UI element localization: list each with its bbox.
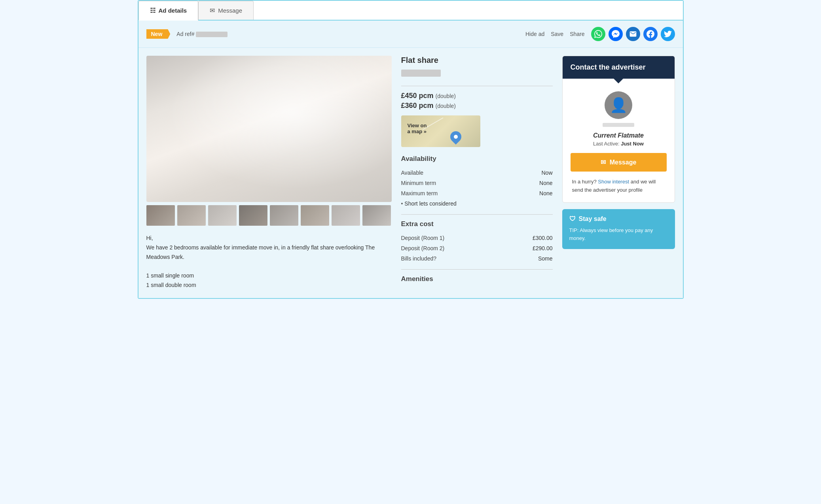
ad-ref: Ad ref# (176, 31, 519, 37)
show-interest-link[interactable]: Show interest (598, 179, 629, 185)
ad-ref-number (196, 32, 228, 37)
name-blurred (603, 123, 634, 127)
avatar-person-icon: 👤 (610, 97, 628, 113)
thumbnails (146, 205, 392, 226)
contact-body: 👤 Current Flatmate Last Active: Just Now… (563, 83, 675, 202)
shield-icon: 🛡 (569, 215, 576, 223)
in-hurry-text: In a hurry? Show interest and we will se… (571, 178, 667, 194)
thumbnail-1[interactable] (146, 205, 175, 226)
map-pin-icon (448, 129, 464, 145)
main-photo[interactable] (146, 56, 392, 202)
badge-new: New (146, 29, 171, 39)
tab-ad-details[interactable]: ☷ Ad details (138, 1, 199, 21)
tab-ad-details-label: Ad details (159, 7, 187, 14)
availability-title: Availability (401, 155, 553, 163)
facebook-icon[interactable] (643, 27, 658, 41)
ad-details-icon: ☷ (150, 7, 155, 14)
thumbnail-2[interactable] (177, 205, 206, 226)
chat-bubble (614, 79, 623, 83)
deposit-room2-row: Deposit (Room 2) £290.00 (401, 243, 553, 253)
avatar: 👤 (605, 91, 632, 119)
bills-row: Bills included? Some (401, 253, 553, 264)
price-primary: £450 pcm (double) (401, 92, 553, 100)
deposit-room1-row: Deposit (Room 1) £300.00 (401, 233, 553, 243)
available-row: Available Now (401, 168, 553, 178)
thumbnail-4[interactable] (239, 205, 267, 226)
middle-column: Flat share £450 pcm (double) £360 pcm (d… (392, 56, 562, 290)
max-term-row: Maximum term None (401, 188, 553, 198)
divider-2 (401, 269, 553, 270)
listing-title-blurred (401, 70, 441, 77)
tab-bar: ☷ Ad details ✉ Message (138, 1, 683, 21)
description-text: Hi,We have 2 bedrooms available for imme… (146, 234, 392, 290)
header-bar: New Ad ref# Hide ad Save Share (138, 21, 683, 48)
thumbnail-7[interactable] (332, 205, 360, 226)
email-share-icon[interactable] (626, 27, 640, 41)
header-actions: Hide ad Save Share (525, 31, 585, 37)
price-secondary: £360 pcm (double) (401, 102, 553, 110)
stay-safe-header: 🛡 Stay safe (569, 215, 668, 223)
map-widget[interactable]: View ona map » (401, 115, 480, 147)
thumbnail-3[interactable] (208, 205, 237, 226)
contact-header: Contact the advertiser (563, 56, 675, 79)
extra-cost-title: Extra cost (401, 220, 553, 228)
main-content: Hi,We have 2 bedrooms available for imme… (138, 48, 683, 298)
map-label: View ona map » (408, 123, 427, 134)
whatsapp-icon[interactable] (591, 27, 605, 41)
listing-type: Flat share (401, 56, 553, 65)
tab-message-label: Message (218, 7, 242, 14)
divider-1 (401, 214, 553, 215)
share-link[interactable]: Share (570, 31, 584, 37)
messenger-icon[interactable] (609, 27, 623, 41)
advertiser-name: Current Flatmate (571, 132, 667, 139)
stay-safe-tip: TIP: Always view before you pay any mone… (569, 227, 668, 243)
tab-message[interactable]: ✉ Message (198, 1, 254, 20)
main-container: ☷ Ad details ✉ Message New Ad ref# Hide … (138, 0, 684, 299)
left-column: Hi,We have 2 bedrooms available for imme… (146, 56, 392, 290)
description: Hi,We have 2 bedrooms available for imme… (146, 234, 392, 290)
short-lets-bullet: Short lets considered (401, 198, 553, 209)
message-icon: ✉ (210, 7, 215, 14)
hide-ad-link[interactable]: Hide ad (525, 31, 544, 37)
right-column: Contact the advertiser 👤 Current Flatmat… (562, 56, 675, 290)
thumbnail-8[interactable] (362, 205, 391, 226)
message-button-icon: ✉ (601, 159, 606, 166)
min-term-row: Minimum term None (401, 178, 553, 188)
last-active: Last Active: Just Now (571, 141, 667, 147)
save-link[interactable]: Save (551, 31, 563, 37)
message-button[interactable]: ✉ Message (571, 153, 667, 172)
title-divider (401, 86, 553, 86)
social-icons (591, 27, 675, 41)
contact-box: Contact the advertiser 👤 Current Flatmat… (562, 56, 675, 203)
thumbnail-5[interactable] (270, 205, 298, 226)
amenities-title: Amenities (401, 275, 553, 283)
thumbnail-6[interactable] (301, 205, 329, 226)
twitter-icon[interactable] (661, 27, 675, 41)
stay-safe-box: 🛡 Stay safe TIP: Always view before you … (562, 209, 675, 249)
